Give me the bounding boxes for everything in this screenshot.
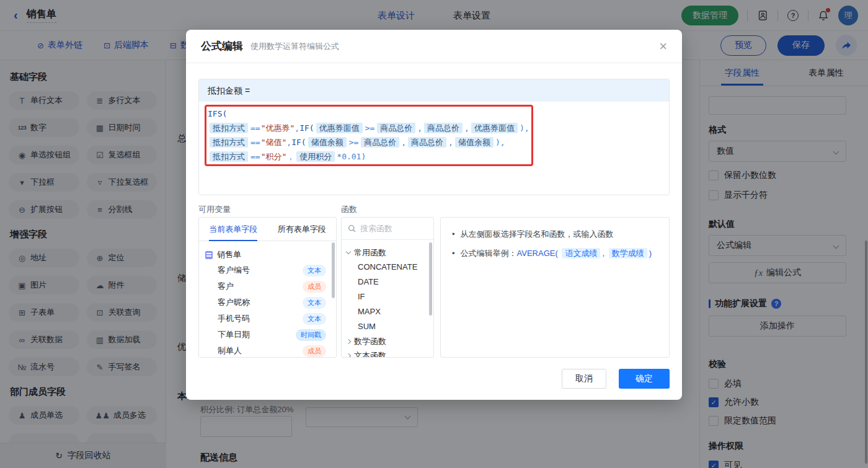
modal-subtitle: 使用数学运算符编辑公式	[250, 41, 339, 52]
variable-field-name: 客户编号	[218, 265, 303, 276]
formula-field-chip[interactable]: 抵扣方式	[210, 137, 248, 148]
formula-token: )	[361, 152, 366, 161]
field-type-badge: 文本	[303, 265, 326, 276]
example-field-chip: 语文成绩	[562, 248, 600, 258]
variable-field-row[interactable]: 客户昵称文本	[205, 294, 330, 311]
field-type-badge: 成员	[303, 345, 326, 357]
formula-token: "积分"	[261, 152, 287, 161]
variables-tab-当前表单字段[interactable]: 当前表单字段	[209, 218, 257, 241]
variables-tab-所有表单字段[interactable]: 所有表单字段	[278, 218, 326, 241]
bullet: •	[452, 247, 455, 260]
functions-scrollbar[interactable]	[429, 242, 432, 316]
formula-input-area[interactable]: IFS(抵扣方式=="优惠券",IF(优惠券面值>=商品总价,商品总价,优惠券面…	[199, 102, 669, 195]
formula-token: "优惠券"	[261, 123, 295, 133]
formula-field-chip[interactable]: 优惠券面值	[316, 123, 363, 133]
function-group-数学函数[interactable]: 数学函数	[347, 334, 428, 348]
function-item-DATE[interactable]: DATE	[347, 275, 428, 289]
formula-token: *0.01	[337, 152, 361, 161]
formula-edit-modal: 公式编辑 使用数学运算符编辑公式 × 抵扣金额 = IFS(抵扣方式=="优惠券…	[186, 30, 682, 400]
formula-field-chip[interactable]: 商品总价	[377, 123, 415, 133]
form-doc-icon	[205, 251, 213, 259]
variable-field-row[interactable]: 下单日期时间戳	[205, 327, 330, 343]
variable-field-name: 手机号码	[218, 313, 303, 324]
formula-field-chip[interactable]: 商品总价	[361, 137, 399, 148]
formula-field-chip[interactable]: 优惠券面值	[471, 123, 518, 133]
variables-label: 可用变量	[198, 204, 341, 215]
formula-token: ),	[520, 123, 529, 133]
function-group-label: 文本函数	[354, 350, 386, 358]
formula-line: 抵扣方式=="储值",IF(储值余额>=商品总价,商品总价,储值余额),	[208, 135, 660, 149]
formula-token: ，	[286, 152, 294, 161]
variable-field-name: 客户	[218, 281, 303, 292]
formula-token: IF(	[299, 123, 314, 133]
formula-field-chip[interactable]: 使用积分	[296, 151, 335, 162]
bullet: •	[452, 228, 455, 241]
formula-token: ==	[250, 123, 260, 133]
formula-token: IF(	[291, 138, 306, 147]
functions-label: 函数	[341, 204, 357, 215]
close-icon[interactable]: ×	[659, 40, 667, 53]
field-type-badge: 文本	[303, 297, 326, 309]
chevron-down-icon	[346, 249, 351, 254]
formula-target: 抵扣金额 =	[199, 79, 669, 102]
formula-token: ),	[495, 138, 505, 147]
formula-field-chip[interactable]: 商品总价	[424, 123, 463, 133]
formula-token: >=	[365, 123, 375, 133]
function-item-MAPX[interactable]: MAPX	[347, 304, 428, 319]
variable-field-row[interactable]: 客户成员	[205, 278, 330, 294]
variables-box: 当前表单字段所有表单字段 销售单 客户编号文本客户成员客户昵称文本手机号码文本下…	[198, 217, 337, 358]
formula-token: IFS(	[208, 109, 227, 118]
search-icon	[348, 224, 356, 232]
formula-token: >=	[349, 138, 359, 147]
variable-field-name: 下单日期	[218, 329, 296, 340]
formula-token: ,	[464, 123, 469, 133]
function-group-label: 数学函数	[354, 336, 386, 347]
formula-line: 抵扣方式=="积分"，使用积分*0.01)	[208, 149, 660, 164]
formula-field-chip[interactable]: 抵扣方式	[210, 123, 248, 133]
formula-token: "储值"	[261, 138, 287, 147]
cancel-button[interactable]: 取消	[562, 369, 606, 389]
formula-field-chip[interactable]: 抵扣方式	[210, 151, 248, 162]
formula-token: ==	[250, 138, 260, 147]
chevron-right-icon	[346, 353, 351, 358]
variable-field-row[interactable]: 客户编号文本	[205, 262, 330, 278]
formula-line: IFS(	[208, 107, 660, 121]
formula-field-chip[interactable]: 商品总价	[408, 137, 446, 148]
form-tree-root[interactable]: 销售单	[205, 247, 330, 262]
functions-box: 搜索函数 常用函数CONCATENATEDATEIFMAPXSUM数学函数文本函…	[341, 217, 434, 358]
formula-line: 抵扣方式=="优惠券",IF(优惠券面值>=商品总价,商品总价,优惠券面值),	[208, 121, 660, 135]
variables-tabs: 当前表单字段所有表单字段	[199, 218, 336, 241]
tip-text: 从左侧面板选择字段名和函数，或输入函数	[461, 228, 614, 241]
tip-example: 公式编辑举例：AVERAGE( 语文成绩, 数学成绩)	[461, 247, 652, 260]
field-type-badge: 文本	[303, 313, 326, 325]
example-field-chip: 数学成绩	[609, 248, 647, 258]
variable-field-row[interactable]: 制单人成员	[205, 343, 330, 358]
formula-token: ,	[294, 123, 299, 133]
help-box: • 从左侧面板选择字段名和函数，或输入函数 • 公式编辑举例：AVERAGE( …	[440, 217, 670, 358]
function-item-IF[interactable]: IF	[347, 289, 428, 304]
formula-token: ==	[250, 152, 260, 161]
modal-title: 公式编辑	[201, 39, 243, 53]
search-placeholder: 搜索函数	[360, 223, 392, 234]
confirm-button[interactable]: 确定	[619, 369, 670, 389]
formula-token: ,	[417, 123, 422, 133]
formula-field-chip[interactable]: 储值余额	[308, 137, 347, 148]
formula-field-chip[interactable]: 储值余额	[455, 137, 494, 148]
formula-editor: 抵扣金额 = IFS(抵扣方式=="优惠券",IF(优惠券面值>=商品总价,商品…	[198, 79, 670, 195]
field-type-badge: 时间戳	[296, 329, 326, 341]
formula-token: ,	[401, 138, 406, 147]
variable-field-name: 制单人	[218, 345, 303, 356]
function-group-文本函数[interactable]: 文本函数	[347, 348, 428, 358]
variable-field-name: 客户昵称	[218, 297, 303, 308]
function-item-CONCATENATE[interactable]: CONCATENATE	[347, 260, 428, 275]
function-item-SUM[interactable]: SUM	[347, 319, 428, 334]
variables-scrollbar[interactable]	[332, 242, 335, 298]
function-group-label: 常用函数	[354, 247, 386, 258]
formula-token: ,	[448, 138, 453, 147]
function-search-input[interactable]: 搜索函数	[342, 218, 433, 240]
function-group-常用函数[interactable]: 常用函数	[347, 245, 428, 260]
chevron-right-icon	[346, 338, 351, 343]
variable-field-row[interactable]: 手机号码文本	[205, 311, 330, 327]
field-type-badge: 成员	[303, 281, 326, 293]
formula-token: ,	[286, 138, 291, 147]
